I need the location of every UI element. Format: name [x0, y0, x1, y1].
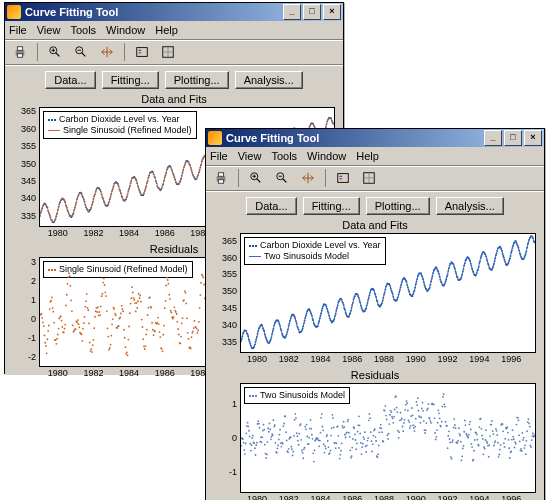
svg-point-1634 — [482, 453, 484, 455]
svg-point-1536 — [418, 410, 420, 412]
svg-point-1601 — [461, 459, 463, 461]
svg-point-518 — [118, 325, 120, 327]
svg-point-1566 — [437, 409, 439, 411]
svg-point-454 — [70, 299, 72, 301]
menu-view[interactable]: View — [238, 150, 262, 162]
svg-point-524 — [122, 310, 124, 312]
svg-point-1512 — [402, 426, 404, 428]
zoom-out-icon[interactable] — [70, 41, 92, 63]
svg-point-1553 — [429, 418, 431, 420]
menu-file[interactable]: File — [210, 150, 228, 162]
svg-point-478 — [88, 323, 90, 325]
legend-toggle-icon[interactable] — [131, 41, 153, 63]
svg-point-1345 — [291, 448, 293, 450]
button-row: Data... Fitting... Plotting... Analysis.… — [206, 191, 544, 217]
plotting-button[interactable]: Plotting... — [366, 197, 430, 215]
minimize-button[interactable]: _ — [283, 4, 301, 20]
menu-view[interactable]: View — [37, 24, 61, 36]
svg-point-1522 — [408, 421, 410, 423]
analysis-button[interactable]: Analysis... — [235, 71, 303, 89]
svg-point-1428 — [346, 431, 348, 433]
axes-data-and-fits[interactable]: Carbon Dioxide Level vs. Year Two Sinuso… — [240, 233, 536, 353]
zoom-in-icon[interactable] — [245, 167, 267, 189]
svg-point-567 — [154, 331, 156, 333]
svg-point-1587 — [451, 441, 453, 443]
menu-window[interactable]: Window — [307, 150, 346, 162]
svg-point-521 — [120, 313, 122, 315]
svg-point-453 — [70, 285, 72, 287]
svg-point-471 — [83, 322, 85, 324]
close-button[interactable]: × — [323, 4, 341, 20]
svg-point-464 — [78, 323, 80, 325]
svg-point-1362 — [302, 457, 304, 459]
titlebar[interactable]: Curve Fitting Tool _ □ × — [5, 3, 343, 21]
print-icon[interactable] — [9, 41, 31, 63]
menu-tools[interactable]: Tools — [271, 150, 297, 162]
svg-point-447 — [65, 305, 67, 307]
svg-point-1518 — [406, 400, 408, 402]
svg-point-500 — [104, 291, 106, 293]
svg-point-494 — [100, 305, 102, 307]
svg-point-550 — [142, 326, 144, 328]
minimize-button[interactable]: _ — [484, 130, 502, 146]
svg-point-1479 — [380, 424, 382, 426]
grid-toggle-icon[interactable] — [358, 167, 380, 189]
titlebar[interactable]: Curve Fitting Tool _ □ × — [206, 129, 544, 147]
plot-area: Data and Fits Carbon Dioxide Level vs. Y… — [206, 217, 544, 500]
data-button[interactable]: Data... — [45, 71, 95, 89]
svg-point-589 — [171, 312, 173, 314]
print-icon[interactable] — [210, 167, 232, 189]
fitting-button[interactable]: Fitting... — [303, 197, 360, 215]
svg-point-557 — [147, 314, 149, 316]
svg-point-1637 — [484, 439, 486, 441]
menu-tools[interactable]: Tools — [70, 24, 96, 36]
svg-point-1582 — [448, 430, 450, 432]
svg-point-1322 — [276, 452, 278, 454]
pan-icon[interactable] — [297, 167, 319, 189]
svg-point-1495 — [390, 411, 392, 413]
zoom-out-icon[interactable] — [271, 167, 293, 189]
plotting-button[interactable]: Plotting... — [165, 71, 229, 89]
svg-point-1665 — [503, 442, 505, 444]
maximize-button[interactable]: □ — [303, 4, 321, 20]
svg-point-1451 — [361, 446, 363, 448]
svg-point-1656 — [497, 442, 499, 444]
data-button[interactable]: Data... — [246, 197, 296, 215]
svg-point-463 — [77, 319, 79, 321]
svg-point-1311 — [269, 423, 271, 425]
analysis-button[interactable]: Analysis... — [436, 197, 504, 215]
svg-point-419 — [44, 342, 46, 344]
svg-point-421 — [46, 352, 48, 354]
pan-icon[interactable] — [96, 41, 118, 63]
menu-help[interactable]: Help — [356, 150, 379, 162]
svg-point-535 — [130, 297, 132, 299]
svg-point-555 — [145, 334, 147, 336]
svg-point-441 — [61, 320, 63, 322]
svg-point-547 — [139, 295, 141, 297]
svg-point-451 — [68, 272, 70, 274]
menu-help[interactable]: Help — [155, 24, 178, 36]
svg-point-496 — [101, 293, 103, 295]
svg-point-1464 — [370, 431, 372, 433]
svg-point-462 — [76, 322, 78, 324]
close-button[interactable]: × — [524, 130, 542, 146]
svg-point-1285 — [251, 437, 253, 439]
svg-point-1333 — [283, 423, 285, 425]
svg-point-615 — [190, 348, 192, 350]
svg-rect-810 — [218, 180, 223, 184]
svg-point-1524 — [410, 425, 412, 427]
svg-point-1291 — [255, 444, 257, 446]
grid-toggle-icon[interactable] — [157, 41, 179, 63]
svg-point-571 — [157, 317, 159, 319]
maximize-button[interactable]: □ — [504, 130, 522, 146]
legend-toggle-icon[interactable] — [332, 167, 354, 189]
zoom-in-icon[interactable] — [44, 41, 66, 63]
fitting-button[interactable]: Fitting... — [102, 71, 159, 89]
menu-window[interactable]: Window — [106, 24, 145, 36]
svg-point-1398 — [326, 434, 328, 436]
svg-point-1560 — [433, 417, 435, 419]
svg-rect-809 — [218, 173, 223, 177]
menu-file[interactable]: File — [9, 24, 27, 36]
svg-point-1316 — [272, 434, 274, 436]
axes-residuals[interactable]: Two Sinusoids Model -101 198019821984198… — [240, 383, 536, 493]
